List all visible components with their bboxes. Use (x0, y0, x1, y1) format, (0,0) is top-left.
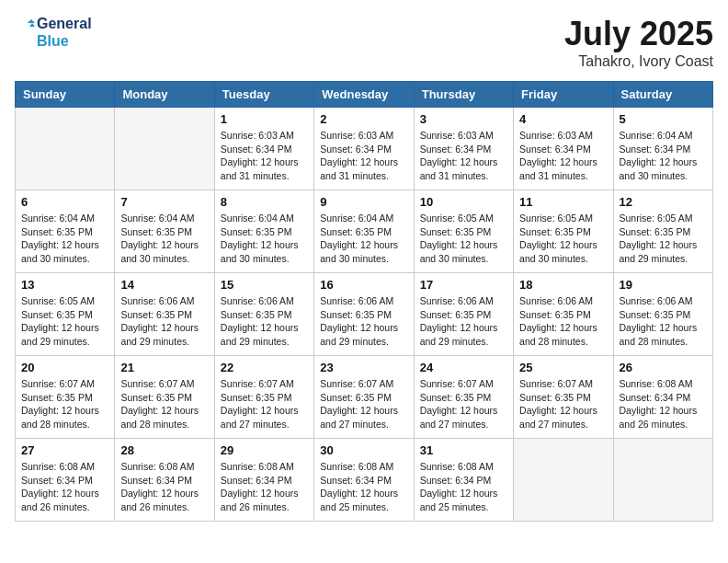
day-number: 27 (21, 443, 108, 457)
day-info: Sunrise: 6:04 AM Sunset: 6:35 PM Dayligh… (21, 212, 108, 266)
day-info: Sunrise: 6:05 AM Sunset: 6:35 PM Dayligh… (21, 294, 108, 349)
weekday-header: Sunday (16, 82, 115, 108)
logo-bird-icon (15, 19, 35, 45)
calendar-cell (514, 439, 613, 522)
day-number: 7 (120, 195, 208, 209)
calendar-cell (16, 108, 115, 190)
day-info: Sunrise: 6:07 AM Sunset: 6:35 PM Dayligh… (320, 377, 407, 431)
day-number: 14 (120, 278, 208, 292)
day-info: Sunrise: 6:08 AM Sunset: 6:34 PM Dayligh… (420, 460, 507, 514)
calendar-cell: 30Sunrise: 6:08 AM Sunset: 6:34 PM Dayli… (314, 439, 414, 522)
day-info: Sunrise: 6:05 AM Sunset: 6:35 PM Dayligh… (519, 212, 607, 266)
calendar-cell: 4Sunrise: 6:03 AM Sunset: 6:34 PM Daylig… (514, 108, 613, 190)
day-number: 30 (320, 443, 407, 457)
weekday-header-row: SundayMondayTuesdayWednesdayThursdayFrid… (16, 82, 713, 108)
day-number: 12 (620, 195, 707, 209)
calendar-cell: 28Sunrise: 6:08 AM Sunset: 6:34 PM Dayli… (115, 439, 214, 522)
calendar-cell: 8Sunrise: 6:04 AM Sunset: 6:35 PM Daylig… (214, 190, 313, 273)
calendar-week-row: 13Sunrise: 6:05 AM Sunset: 6:35 PM Dayli… (16, 273, 713, 356)
weekday-header: Wednesday (314, 82, 414, 108)
day-info: Sunrise: 6:07 AM Sunset: 6:35 PM Dayligh… (21, 377, 108, 431)
day-number: 9 (320, 195, 407, 209)
day-number: 18 (519, 278, 607, 292)
calendar-cell: 18Sunrise: 6:06 AM Sunset: 6:35 PM Dayli… (514, 273, 613, 356)
day-info: Sunrise: 6:07 AM Sunset: 6:35 PM Dayligh… (519, 377, 607, 431)
day-info: Sunrise: 6:06 AM Sunset: 6:35 PM Dayligh… (620, 294, 707, 349)
calendar-cell: 17Sunrise: 6:06 AM Sunset: 6:35 PM Dayli… (414, 273, 513, 356)
calendar-cell: 23Sunrise: 6:07 AM Sunset: 6:35 PM Dayli… (314, 356, 414, 439)
day-info: Sunrise: 6:08 AM Sunset: 6:34 PM Dayligh… (620, 377, 707, 431)
calendar-week-row: 1Sunrise: 6:03 AM Sunset: 6:34 PM Daylig… (16, 108, 713, 190)
day-info: Sunrise: 6:04 AM Sunset: 6:34 PM Dayligh… (620, 129, 707, 183)
calendar-cell: 14Sunrise: 6:06 AM Sunset: 6:35 PM Dayli… (115, 273, 214, 356)
weekday-header: Saturday (613, 82, 712, 108)
calendar-cell: 3Sunrise: 6:03 AM Sunset: 6:34 PM Daylig… (414, 108, 513, 190)
day-number: 20 (21, 361, 108, 374)
logo-line2: Blue (37, 32, 92, 50)
day-info: Sunrise: 6:05 AM Sunset: 6:35 PM Dayligh… (420, 212, 507, 266)
calendar-week-row: 6Sunrise: 6:04 AM Sunset: 6:35 PM Daylig… (16, 190, 713, 273)
day-number: 31 (420, 443, 507, 457)
calendar-cell: 16Sunrise: 6:06 AM Sunset: 6:35 PM Dayli… (314, 273, 414, 356)
weekday-header: Friday (514, 82, 613, 108)
day-info: Sunrise: 6:04 AM Sunset: 6:35 PM Dayligh… (320, 212, 407, 266)
day-number: 23 (320, 361, 407, 374)
calendar-cell: 15Sunrise: 6:06 AM Sunset: 6:35 PM Dayli… (214, 273, 313, 356)
page-header: General Blue July 2025 Tahakro, Ivory Co… (15, 15, 713, 70)
calendar-cell: 9Sunrise: 6:04 AM Sunset: 6:35 PM Daylig… (314, 190, 414, 273)
calendar-week-row: 27Sunrise: 6:08 AM Sunset: 6:34 PM Dayli… (16, 439, 713, 522)
day-number: 16 (320, 278, 407, 292)
calendar-cell: 2Sunrise: 6:03 AM Sunset: 6:34 PM Daylig… (314, 108, 414, 190)
calendar-cell: 20Sunrise: 6:07 AM Sunset: 6:35 PM Dayli… (16, 356, 115, 439)
page-subtitle: Tahakro, Ivory Coast (564, 53, 713, 70)
calendar-cell: 11Sunrise: 6:05 AM Sunset: 6:35 PM Dayli… (514, 190, 613, 273)
day-number: 21 (120, 361, 208, 374)
day-number: 15 (221, 278, 308, 292)
day-number: 10 (420, 195, 507, 209)
day-info: Sunrise: 6:07 AM Sunset: 6:35 PM Dayligh… (120, 377, 208, 431)
day-info: Sunrise: 6:06 AM Sunset: 6:35 PM Dayligh… (420, 294, 507, 349)
day-info: Sunrise: 6:03 AM Sunset: 6:34 PM Dayligh… (519, 129, 607, 183)
day-number: 3 (420, 112, 507, 126)
day-number: 24 (420, 361, 507, 374)
calendar-cell: 6Sunrise: 6:04 AM Sunset: 6:35 PM Daylig… (16, 190, 115, 273)
calendar-cell: 21Sunrise: 6:07 AM Sunset: 6:35 PM Dayli… (115, 356, 214, 439)
day-info: Sunrise: 6:05 AM Sunset: 6:35 PM Dayligh… (620, 212, 707, 266)
calendar-cell (115, 108, 214, 190)
day-number: 5 (620, 112, 707, 126)
calendar-cell: 29Sunrise: 6:08 AM Sunset: 6:34 PM Dayli… (214, 439, 313, 522)
calendar-cell: 26Sunrise: 6:08 AM Sunset: 6:34 PM Dayli… (613, 356, 712, 439)
day-number: 22 (221, 361, 308, 374)
day-info: Sunrise: 6:06 AM Sunset: 6:35 PM Dayligh… (519, 294, 607, 349)
weekday-header: Thursday (414, 82, 513, 108)
svg-marker-1 (29, 23, 35, 27)
day-number: 4 (519, 112, 607, 126)
day-info: Sunrise: 6:07 AM Sunset: 6:35 PM Dayligh… (420, 377, 507, 431)
day-number: 6 (21, 195, 108, 209)
calendar-cell: 27Sunrise: 6:08 AM Sunset: 6:34 PM Dayli… (16, 439, 115, 522)
day-info: Sunrise: 6:06 AM Sunset: 6:35 PM Dayligh… (221, 294, 308, 349)
calendar-cell: 24Sunrise: 6:07 AM Sunset: 6:35 PM Dayli… (414, 356, 513, 439)
day-number: 13 (21, 278, 108, 292)
day-number: 1 (221, 112, 308, 126)
svg-marker-0 (28, 19, 35, 23)
day-info: Sunrise: 6:03 AM Sunset: 6:34 PM Dayligh… (320, 129, 407, 183)
logo: General Blue (15, 15, 92, 50)
calendar-cell: 19Sunrise: 6:06 AM Sunset: 6:35 PM Dayli… (613, 273, 712, 356)
calendar-cell: 5Sunrise: 6:04 AM Sunset: 6:34 PM Daylig… (613, 108, 712, 190)
calendar-cell: 12Sunrise: 6:05 AM Sunset: 6:35 PM Dayli… (613, 190, 712, 273)
day-info: Sunrise: 6:06 AM Sunset: 6:35 PM Dayligh… (320, 294, 407, 349)
weekday-header: Monday (115, 82, 214, 108)
day-info: Sunrise: 6:08 AM Sunset: 6:34 PM Dayligh… (221, 460, 308, 514)
calendar-cell: 7Sunrise: 6:04 AM Sunset: 6:35 PM Daylig… (115, 190, 214, 273)
calendar-cell: 31Sunrise: 6:08 AM Sunset: 6:34 PM Dayli… (414, 439, 513, 522)
calendar-cell: 22Sunrise: 6:07 AM Sunset: 6:35 PM Dayli… (214, 356, 313, 439)
day-info: Sunrise: 6:04 AM Sunset: 6:35 PM Dayligh… (120, 212, 208, 266)
day-info: Sunrise: 6:08 AM Sunset: 6:34 PM Dayligh… (120, 460, 208, 514)
day-number: 11 (519, 195, 607, 209)
day-number: 17 (420, 278, 507, 292)
day-info: Sunrise: 6:04 AM Sunset: 6:35 PM Dayligh… (221, 212, 308, 266)
day-info: Sunrise: 6:03 AM Sunset: 6:34 PM Dayligh… (221, 129, 308, 183)
day-info: Sunrise: 6:08 AM Sunset: 6:34 PM Dayligh… (21, 460, 108, 514)
day-info: Sunrise: 6:06 AM Sunset: 6:35 PM Dayligh… (120, 294, 208, 349)
